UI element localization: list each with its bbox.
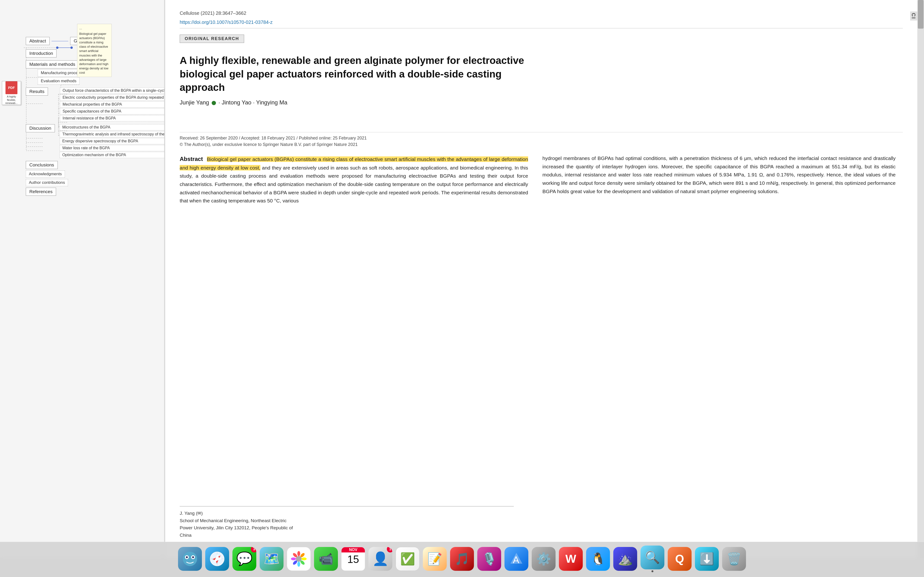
outline-result-4[interactable]: Specific capacitances of the BGPA [60,108,165,114]
dock-appstore[interactable]: A [504,547,528,571]
dock-wps[interactable]: W [559,547,583,571]
abstract-text-left: Abstract Biological gel paper actuators … [180,154,528,205]
outline-author-contributions[interactable]: Author contributions [26,179,68,186]
doi-link[interactable]: https://doi.org/10.1007/s10570-021-03784… [180,19,273,25]
svg-point-44 [297,561,300,567]
syspreferences-icon: ⚙️ [531,547,556,571]
download-icon: ⬇️ [695,547,719,571]
finder-icon [178,547,202,571]
dock-contacts[interactable]: 👤 1 [368,547,393,571]
dock-facetime[interactable]: 📹 [314,547,338,571]
outline-evaluation-methods[interactable]: Evaluation methods [38,77,79,85]
footer-author-name: J. Yang (✉) [180,511,203,516]
outline-discussion-2[interactable]: Thermogravimetric analysis and infrared … [60,131,165,137]
dates-line: Received: 26 September 2020 / Accepted: … [180,132,903,141]
abstract-right: hydrogel membranes of BGPAs had optimal … [538,154,896,205]
arca-icon: ⛰️ [613,547,637,571]
dock-music[interactable]: 🎵 [450,547,474,571]
outline-conclusions[interactable]: Conclusions [26,161,58,169]
dock: 💬 3 🗺️ [0,542,924,577]
outline-discussion-4[interactable]: Water loss rate of the BGPA [60,145,165,151]
left-panel: PDF A highly flexible, renewab... ... Bi… [0,0,165,558]
footer-address2: Power University, Jilin City 132012, Peo… [180,525,293,530]
querious-icon: Q [668,547,691,571]
author2: Jintong Yao [222,99,252,106]
dock-downloads[interactable]: ⬇️ [695,547,719,571]
outline-discussion-1[interactable]: Microstructures of the BGPA [60,124,165,131]
dock-messages[interactable]: 💬 3 [233,547,256,571]
footer-info: J. Yang (✉) School of Mechanical Enginee… [180,506,514,539]
svg-point-42 [301,558,307,560]
outline-introduction[interactable]: Introduction [26,49,57,58]
dock-notes[interactable]: 📝 [423,547,447,571]
contacts-icon: 👤 1 [368,547,393,571]
outline-acknowledgments[interactable]: Acknowledgments [26,171,65,177]
outline-materials-methods[interactable]: Materials and methods [26,60,79,68]
abstract-label: Abstract [180,156,203,162]
dock-photos[interactable] [287,547,311,571]
outline-references[interactable]: References [26,188,56,196]
authors: Junjie Yang · Jintong Yao · Yingying Ma [180,99,903,106]
svg-point-32 [192,556,194,558]
author3: Yingying Ma [256,99,287,106]
scrollbar[interactable] [917,0,924,558]
paper-title: A highly flexible, renewable and green a… [180,54,538,94]
safari-icon [205,547,229,571]
outline-results[interactable]: Results [26,87,48,96]
wps-icon: W [559,547,583,571]
svg-point-46 [291,558,296,560]
dock-trash[interactable]: 🗑️ [722,547,746,571]
contacts-badge: 1 [387,547,393,553]
tooltip-popup: ... Biological gel paper actuators (BGPA… [77,24,111,77]
copyright-line: © The Author(s), under exclusive licence… [180,142,903,147]
preview-icon: 🔍 [641,546,664,569]
pdf-title: A highly flexible, renewab... [2,95,21,105]
calendar-icon: NOV 15 [341,547,365,571]
dock-preview[interactable]: 🔍 [641,546,664,572]
outline-result-2[interactable]: Electric conductivity properties of the … [60,94,165,101]
abstract-section: Abstract Biological gel paper actuators … [180,154,903,205]
dock-qq[interactable]: 🐧 [586,547,610,571]
right-panel: CI Cellulose (2021) 28:3647–3662 https:/… [165,0,924,558]
outline-discussion-3[interactable]: Energy dispersive spectroscopy of the BG… [60,138,165,144]
dock-syspreferences[interactable]: ⚙️ [531,547,556,571]
dock-safari[interactable] [205,547,229,571]
dock-reminders[interactable]: ✅ [396,547,420,571]
author-sep2: · [253,99,256,106]
abstract-left: Abstract Biological gel paper actuators … [180,154,538,205]
messages-badge: 3 [251,547,256,553]
outline-abstract[interactable]: Abstract [26,37,50,45]
dock-podcasts[interactable]: 🎙️ [477,547,501,571]
outline-result-1[interactable]: Output force characteristics of the BGPA… [60,87,165,94]
facetime-icon: 📹 [314,547,338,571]
outline-result-3[interactable]: Mechanical properties of the BGPA [60,102,165,108]
tooltip-text: Biological gel paper actuators (BGPAs) c… [79,32,110,75]
journal-line1: Cellulose (2021) 28:3647–3662 [180,10,903,17]
podcasts-icon: 🎙️ [477,547,501,571]
trash-icon: 🗑️ [722,547,746,571]
dock-finder[interactable] [178,547,202,571]
svg-text:A: A [513,554,519,565]
pdf-icon: PDF [5,81,18,94]
svg-point-28 [183,552,197,566]
notes-icon: 📝 [423,547,447,571]
outline-discussion[interactable]: Discussion [26,124,55,132]
calendar-month: NOV [341,547,365,553]
dock-arca[interactable]: ⛰️ [613,547,637,571]
outline-discussion-5[interactable]: Optimization mechanism of the BGPA [60,152,165,158]
dock-querious[interactable]: Q [668,547,691,571]
messages-icon: 💬 3 [233,547,256,571]
footer-address3: China [180,533,192,538]
abstract-body-left: and they are extensively used in areas s… [180,165,528,204]
outline-result-5[interactable]: Internal resistance of the BGPA [60,115,165,121]
journal-doi: https://doi.org/10.1007/s10570-021-03784… [180,19,903,26]
dock-calendar[interactable]: NOV 15 [341,547,365,571]
abstract-text-right: hydrogel membranes of BGPAs had optimal … [543,154,896,195]
author-sep1: · [218,99,222,106]
scrollbar-thumb[interactable] [918,0,924,29]
pdf-thumbnail[interactable]: PDF A highly flexible, renewab... [2,81,21,105]
svg-point-40 [297,551,300,556]
pdf-content: Cellulose (2021) 28:3647–3662 https://do… [165,0,917,558]
dock-maps[interactable]: 🗺️ [260,547,283,571]
reminders-icon: ✅ [396,547,420,571]
